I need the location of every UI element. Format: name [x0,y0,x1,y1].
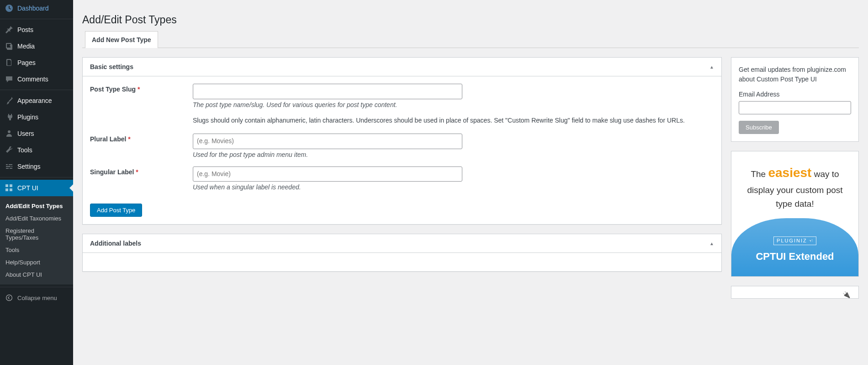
menu-cpt-ui[interactable]: CPT UI [0,180,73,196]
admin-sidebar: Dashboard Posts Media Pages Comments App… [0,0,73,299]
submenu-tools[interactable]: Tools [0,244,73,256]
menu-posts[interactable]: Posts [0,21,73,38]
wrench-icon [5,145,14,155]
additional-labels-box: Additional labels ▲ [82,234,722,272]
menu-dashboard[interactable]: Dashboard [0,0,73,16]
promo-cptui-extended[interactable]: The easiest way to display your custom p… [731,151,859,277]
menu-label: Pages [17,59,36,66]
menu-label: Comments [17,75,48,83]
submenu-add-edit-taxonomies[interactable]: Add/Edit Taxonomies [0,212,73,225]
submenu-help[interactable]: Help/Support [0,256,73,268]
additional-labels-header[interactable]: Additional labels ▲ [83,234,721,253]
submenu-add-edit-post-types[interactable]: Add/Edit Post Types [0,200,73,212]
email-label: Email Address [739,90,851,99]
svg-rect-0 [5,184,8,187]
promo-product: CPTUI Extended [736,251,854,263]
menu-label: Plugins [17,113,38,121]
slug-label: Post Type Slug * [90,84,193,125]
menu-label: Posts [17,26,33,33]
user-icon [5,129,14,138]
newsletter-text: Get email updates from pluginize.com abo… [739,65,851,84]
toggle-icon: ▲ [709,64,714,70]
menu-comments[interactable]: Comments [0,71,73,87]
main-content: Add/Edit Post Types Add New Post Type Ba… [73,0,868,299]
menu-tools[interactable]: Tools [0,142,73,158]
promo-headline: The easiest way to display your custom p… [736,161,854,218]
svg-rect-3 [10,188,12,191]
menu-label: Tools [17,146,32,154]
slug-note: Slugs should only contain alphanumeric, … [193,116,714,125]
toggle-icon: ▲ [709,241,714,246]
menu-label: Settings [17,163,41,170]
cpt-submenu: Add/Edit Post Types Add/Edit Taxonomies … [0,196,73,284]
subscribe-button[interactable]: Subscribe [739,121,779,134]
menu-settings[interactable]: Settings [0,158,73,175]
singular-label: Singular Label * [90,166,193,191]
singular-input[interactable] [193,166,462,182]
slug-desc: The post type name/slug. Used for variou… [193,101,714,108]
basic-settings-box: Basic settings ▲ Post Type Slug * The po… [82,57,722,225]
plug-icon [5,113,14,122]
plural-desc: Used for the post type admin menu item. [193,151,714,158]
collapse-menu[interactable]: Collapse menu [0,290,73,299]
collapse-label: Collapse menu [17,295,57,299]
submenu-about[interactable]: About CPT UI [0,268,73,281]
menu-label: Dashboard [17,5,49,12]
menu-label: CPT UI [17,184,38,192]
collapse-icon [5,293,14,299]
submenu-registered-types[interactable]: Registered Types/Taxes [0,225,73,244]
tab-add-new[interactable]: Add New Post Type [85,31,158,48]
menu-label: Appearance [17,97,52,104]
menu-label: Users [17,130,34,137]
newsletter-box: Get email updates from pluginize.com abo… [731,57,859,142]
promo-secondary[interactable]: 🔌 [731,286,859,299]
singular-desc: Used when a singular label is needed. [193,183,714,191]
additional-labels-title: Additional labels [90,240,141,247]
basic-settings-header[interactable]: Basic settings ▲ [83,58,721,76]
menu-appearance[interactable]: Appearance [0,92,73,109]
slug-input[interactable] [193,84,462,99]
add-post-type-button[interactable]: Add Post Type [90,204,142,217]
promo-banner: PLUGINIZ CPTUI Extended [731,218,858,276]
plug-icon: 🔌 [842,291,850,298]
plural-label: Plural Label * [90,134,193,158]
sliders-icon [5,162,14,171]
promo-brand: PLUGINIZ [773,236,816,245]
menu-media[interactable]: Media [0,38,73,54]
page-icon [5,58,14,67]
menu-pages[interactable]: Pages [0,54,73,71]
comment-icon [5,75,14,84]
svg-rect-2 [5,188,8,191]
menu-label: Media [17,43,35,50]
dashboard-icon [5,4,14,13]
brush-icon [5,96,14,105]
email-input[interactable] [739,101,851,114]
media-icon [5,42,14,51]
plural-input[interactable] [193,134,462,149]
tab-bar: Add New Post Type [82,31,859,48]
menu-plugins[interactable]: Plugins [0,109,73,125]
svg-rect-1 [10,184,12,187]
menu-users[interactable]: Users [0,125,73,142]
basic-settings-title: Basic settings [90,63,133,70]
cpt-icon [5,183,14,193]
page-title: Add/Edit Post Types [82,5,859,31]
pin-icon [5,25,14,34]
